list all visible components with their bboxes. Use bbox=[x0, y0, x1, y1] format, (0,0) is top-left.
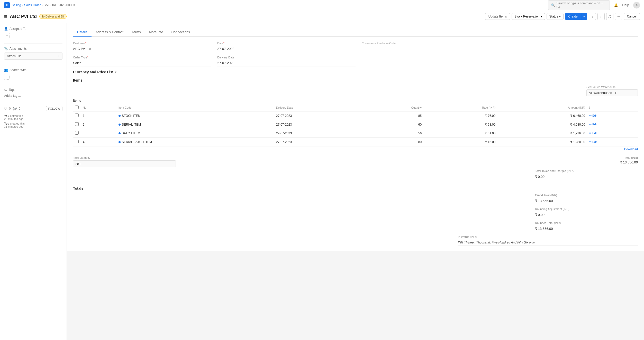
totals-row: Total Quantity Total (INR) ₹ 13,556.00 bbox=[73, 156, 638, 167]
tab-connections[interactable]: Connections bbox=[167, 28, 194, 37]
tab-terms[interactable]: Terms bbox=[128, 28, 145, 37]
grand-total-label: Grand Total (INR) bbox=[535, 194, 638, 197]
items-sub-label: Items bbox=[73, 99, 638, 102]
total-qty-label: Total Quantity bbox=[73, 156, 202, 159]
warehouse-input[interactable] bbox=[586, 89, 638, 96]
doc-title: ABC Pvt Ltd bbox=[10, 14, 37, 19]
breadcrumb-sales-order[interactable]: Sales Order bbox=[24, 3, 41, 7]
create-dropdown-button[interactable]: ▾ bbox=[581, 13, 587, 20]
col-info: ℹ bbox=[587, 104, 638, 111]
spacer-field bbox=[362, 56, 638, 66]
download-row: Download bbox=[73, 146, 638, 152]
help-button[interactable]: Help bbox=[622, 3, 629, 7]
edit-button-1[interactable]: ✏ Edit bbox=[589, 123, 597, 126]
edited-info: You edited this 28 minutes ago bbox=[4, 114, 62, 120]
row-item-2[interactable]: BATCH ITEM bbox=[116, 129, 274, 138]
row-checkbox-1[interactable] bbox=[75, 122, 79, 126]
next-doc-button[interactable]: › bbox=[597, 13, 605, 20]
create-button[interactable]: Create bbox=[565, 13, 581, 20]
row-item-3[interactable]: SERIAL BATCH ITEM bbox=[116, 138, 274, 146]
attachment-icon: 📎 bbox=[4, 47, 8, 50]
grand-total-item: Grand Total (INR) ₹ 13,556.00 bbox=[535, 194, 638, 204]
date-input[interactable] bbox=[217, 46, 355, 52]
taxes-label: Total Taxes and Charges (INR) bbox=[535, 169, 638, 172]
row-checkbox-3[interactable] bbox=[75, 140, 79, 143]
download-button[interactable]: Download bbox=[624, 147, 638, 151]
add-assigned-button[interactable]: + bbox=[4, 33, 10, 38]
comment-count: 0 bbox=[19, 107, 21, 110]
row-item-1[interactable]: SERIAL ITEM bbox=[116, 120, 274, 129]
attach-file-button[interactable]: Attach File + bbox=[4, 53, 62, 60]
row-edit-0[interactable]: ✏ Edit bbox=[587, 111, 638, 120]
user-avatar[interactable]: A bbox=[633, 2, 640, 8]
stock-reservation-button[interactable]: Stock Reservation ▾ bbox=[512, 13, 545, 20]
row-edit-2[interactable]: ✏ Edit bbox=[587, 129, 638, 138]
row-edit-1[interactable]: ✏ Edit bbox=[587, 120, 638, 129]
shared-with-title: 👥 Shared With bbox=[4, 68, 62, 72]
add-shared-button[interactable]: + bbox=[4, 74, 10, 80]
grand-total-value: ₹ 13,556.00 bbox=[535, 198, 638, 204]
main-layout: 👤 Assigned To + 📎 Attachments Attach Fil… bbox=[0, 23, 644, 340]
customers-po-input[interactable] bbox=[362, 46, 638, 52]
row-no-2: 3 bbox=[81, 129, 116, 138]
customer-input[interactable] bbox=[73, 46, 211, 52]
row-date-2: 27-07-2023 bbox=[274, 129, 362, 138]
row-checkbox-2[interactable] bbox=[75, 131, 79, 135]
more-options-button[interactable]: ⋯ bbox=[615, 13, 622, 20]
update-items-button[interactable]: Update Items bbox=[485, 13, 510, 20]
delivery-date-input[interactable] bbox=[217, 60, 355, 66]
in-words-value: INR Thirteen Thousand, Five Hundred And … bbox=[458, 239, 638, 246]
like-icon[interactable]: ♡ bbox=[4, 107, 7, 110]
table-row: 1 STOCK ITEM 27-07-2023 85 ₹ 76.00 ₹ 6,4… bbox=[73, 111, 638, 120]
total-quantity-input bbox=[73, 160, 176, 167]
comment-icon[interactable]: 💬 bbox=[13, 107, 17, 110]
date-field: Date* bbox=[217, 42, 355, 52]
prev-doc-button[interactable]: ‹ bbox=[589, 13, 596, 20]
stock-reservation-chevron: ▾ bbox=[541, 15, 542, 18]
row-checkbox-0[interactable] bbox=[75, 114, 79, 117]
edit-button-0[interactable]: ✏ Edit bbox=[589, 114, 597, 117]
row-item-0[interactable]: STOCK ITEM bbox=[116, 111, 274, 120]
breadcrumb-selling[interactable]: Selling bbox=[12, 3, 21, 7]
content-area: Details Address & Contact Terms More Inf… bbox=[67, 23, 644, 340]
tag-icon: 🏷 bbox=[4, 88, 7, 92]
tab-details[interactable]: Details bbox=[73, 28, 92, 37]
customers-po-label: Customer's Purchase Order bbox=[362, 42, 638, 45]
created-info: You created this 31 minutes ago bbox=[4, 122, 62, 128]
row-edit-3[interactable]: ✏ Edit bbox=[587, 138, 638, 146]
edit-button-3[interactable]: ✏ Edit bbox=[589, 140, 597, 144]
currency-section-title[interactable]: Currency and Price List ▾ bbox=[73, 70, 638, 74]
tab-address[interactable]: Address & Contact bbox=[92, 28, 128, 37]
order-type-input[interactable] bbox=[73, 60, 211, 66]
print-button[interactable]: 🖨 bbox=[606, 13, 613, 20]
rounded-total-value: ₹ 13,556.00 bbox=[535, 225, 638, 232]
sidebar-toggle-icon[interactable]: ☰ bbox=[4, 15, 7, 19]
status-button[interactable]: Status ▾ bbox=[547, 13, 564, 20]
tab-more-info[interactable]: More Info bbox=[145, 28, 167, 37]
rounding-row: Rounding Adjustment (INR) ₹ 0.00 bbox=[73, 207, 638, 218]
delivery-date-field: Delivery Date bbox=[217, 56, 355, 66]
col-quantity: Quantity bbox=[362, 104, 424, 111]
warehouse-label: Set Source Warehouse bbox=[586, 85, 638, 89]
attach-plus-icon: + bbox=[58, 54, 60, 58]
follow-button[interactable]: FOLLOW bbox=[46, 106, 62, 111]
col-item-code: Item Code bbox=[116, 104, 274, 111]
assigned-to-section: 👤 Assigned To + bbox=[4, 27, 62, 38]
table-row: 4 SERIAL BATCH ITEM 27-07-2023 80 ₹ 16.0… bbox=[73, 138, 638, 146]
taxes-value: ₹ 0.00 bbox=[535, 173, 638, 180]
select-all-checkbox[interactable] bbox=[75, 106, 79, 109]
search-bar[interactable]: 🔍 Search or type a command (Ctrl + G) bbox=[548, 0, 610, 10]
row-date-3: 27-07-2023 bbox=[274, 138, 362, 146]
rounding-value: ₹ 0.00 bbox=[535, 212, 638, 218]
tags-section: 🏷 Tags bbox=[4, 88, 62, 98]
cancel-button[interactable]: Cancel bbox=[624, 13, 640, 20]
totals-section: Totals Grand Total (INR) ₹ 13,556.00 Rou… bbox=[73, 186, 638, 246]
edit-button-2[interactable]: ✏ Edit bbox=[589, 132, 597, 135]
row-amount-1: ₹ 4,080.00 bbox=[497, 120, 587, 129]
currency-chevron-icon: ▾ bbox=[115, 71, 116, 74]
search-icon: 🔍 bbox=[551, 3, 555, 7]
customers-po-field: Customer's Purchase Order bbox=[362, 42, 638, 52]
add-tag-input[interactable] bbox=[4, 94, 62, 98]
row-qty-1: 60 bbox=[362, 120, 424, 129]
notification-bell[interactable]: 🔔 bbox=[614, 3, 618, 7]
